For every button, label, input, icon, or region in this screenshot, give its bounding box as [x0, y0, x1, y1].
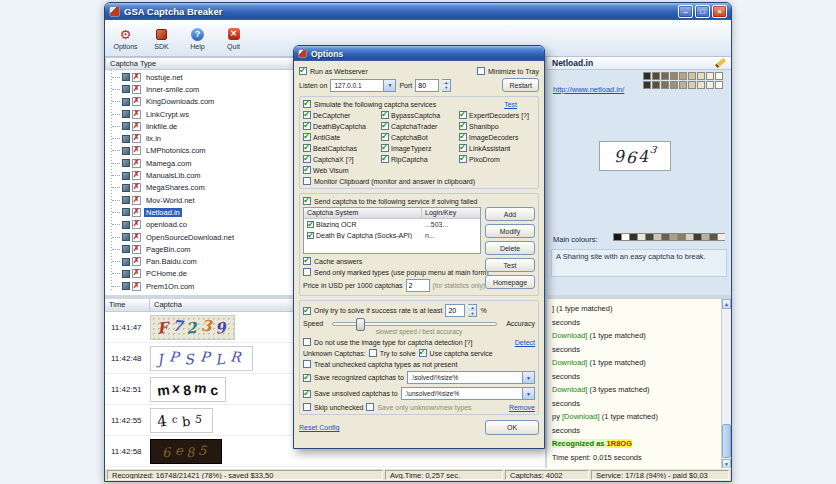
login-key-column-header[interactable]: Login/Key: [422, 208, 480, 218]
service-checkbox[interactable]: [303, 144, 311, 152]
run-as-webserver-checkbox[interactable]: [299, 67, 307, 75]
skip-unchecked-checkbox[interactable]: [303, 403, 311, 411]
detect-link[interactable]: Detect: [515, 339, 535, 346]
send-failed-checkbox[interactable]: [303, 197, 311, 205]
time-column-header[interactable]: Time: [105, 299, 150, 312]
crossed-checkbox-icon[interactable]: [132, 171, 141, 180]
service-row-checkbox[interactable]: [307, 232, 314, 239]
crossed-checkbox-icon[interactable]: [132, 110, 141, 119]
service-option[interactable]: BypassCaptcha: [381, 110, 457, 120]
service-checkbox[interactable]: [303, 111, 311, 119]
crossed-checkbox-icon[interactable]: [132, 146, 141, 155]
crossed-checkbox-icon[interactable]: [132, 208, 141, 217]
service-option[interactable]: CaptchaBot: [381, 132, 457, 142]
service-checkbox[interactable]: [459, 122, 467, 130]
monitor-clipboard-checkbox[interactable]: [303, 177, 311, 185]
crossed-checkbox-icon[interactable]: [132, 233, 141, 242]
price-input[interactable]: [406, 279, 430, 292]
service-option[interactable]: DeathByCaptcha: [303, 121, 379, 131]
service-option[interactable]: DeCaptcher: [303, 110, 379, 120]
remove-link[interactable]: Remove: [509, 404, 535, 411]
service-option[interactable]: Web Visum: [303, 165, 379, 175]
service-row-checkbox[interactable]: [307, 221, 314, 228]
success-rate-input[interactable]: [445, 304, 465, 317]
crossed-checkbox-icon[interactable]: [132, 97, 141, 106]
service-option[interactable]: BeatCaptchas: [303, 143, 379, 153]
service-option[interactable]: CaptchaTrader: [381, 121, 457, 131]
log-scrollbar[interactable]: ▲ ▼: [721, 299, 731, 469]
captcha-system-column-header[interactable]: Captcha System: [304, 208, 422, 218]
chevron-down-icon[interactable]: [522, 372, 534, 383]
service-checkbox[interactable]: [459, 144, 467, 152]
success-rate-spinner[interactable]: ▲▼: [468, 304, 477, 317]
dialog-title-bar[interactable]: Options: [294, 46, 544, 61]
service-checkbox[interactable]: [303, 122, 311, 130]
send-only-marked-checkbox[interactable]: [303, 268, 311, 276]
service-option[interactable]: ImageTyperz: [381, 143, 457, 153]
service-option[interactable]: RipCaptcha: [381, 154, 457, 164]
crossed-checkbox-icon[interactable]: [132, 245, 141, 254]
crossed-checkbox-icon[interactable]: [132, 196, 141, 205]
crossed-checkbox-icon[interactable]: [132, 73, 141, 82]
service-checkbox[interactable]: [459, 155, 467, 163]
service-checkbox[interactable]: [381, 122, 389, 130]
restart-button[interactable]: Restart: [502, 78, 539, 92]
toolbar-button-sdk[interactable]: SDK: [145, 22, 178, 55]
service-option[interactable]: CaptchaX [?]: [303, 154, 379, 164]
try-to-solve-checkbox[interactable]: [369, 349, 377, 357]
save-unsolved-checkbox[interactable]: [303, 390, 311, 398]
service-option[interactable]: AntiGate: [303, 132, 379, 142]
reset-config-link[interactable]: Reset Config: [299, 424, 339, 431]
service-checkbox[interactable]: [381, 133, 389, 141]
service-checkbox[interactable]: [381, 144, 389, 152]
service-option[interactable]: PixoDrom: [459, 154, 535, 164]
crossed-checkbox-icon[interactable]: [132, 183, 141, 192]
treat-unchecked-checkbox[interactable]: [303, 360, 311, 368]
crossed-checkbox-icon[interactable]: [132, 85, 141, 94]
minimize-to-tray-checkbox[interactable]: [477, 67, 485, 75]
chevron-down-icon[interactable]: [522, 388, 534, 399]
cache-answers-checkbox[interactable]: [303, 257, 311, 265]
toolbar-button-quit[interactable]: ✕Quit: [217, 22, 250, 55]
save-recognized-combo[interactable]: .\solved\%size%: [407, 371, 535, 384]
crossed-checkbox-icon[interactable]: [132, 257, 141, 266]
test-services-link[interactable]: Test: [504, 101, 517, 108]
toolbar-button-options[interactable]: ⚙Options: [109, 22, 142, 55]
simulate-services-checkbox[interactable]: [303, 100, 311, 108]
service-button-test[interactable]: Test: [485, 258, 535, 272]
crossed-checkbox-icon[interactable]: [132, 159, 141, 168]
port-spinner[interactable]: ▲▼: [442, 79, 451, 92]
slider-thumb[interactable]: [356, 318, 365, 331]
service-checkbox[interactable]: [381, 155, 389, 163]
service-table-row[interactable]: Death By Captcha (Socks-API)n...: [304, 230, 480, 241]
site-url-link[interactable]: http://www.netload.in/: [553, 85, 624, 94]
save-only-unknown-checkbox[interactable]: [366, 403, 374, 411]
service-checkbox[interactable]: [459, 133, 467, 141]
maximize-button[interactable]: □: [695, 5, 710, 18]
service-checkbox[interactable]: [459, 111, 467, 119]
service-table-row[interactable]: Blazing OCR...503...: [304, 219, 480, 230]
service-option[interactable]: ImageDecoders: [459, 132, 535, 142]
crossed-checkbox-icon[interactable]: [132, 269, 141, 278]
close-button[interactable]: ×: [712, 5, 727, 18]
service-checkbox[interactable]: [303, 133, 311, 141]
crossed-checkbox-icon[interactable]: [132, 134, 141, 143]
save-recognized-checkbox[interactable]: [303, 374, 311, 382]
crossed-checkbox-icon[interactable]: [132, 220, 141, 229]
use-captcha-service-checkbox[interactable]: [419, 349, 427, 357]
crossed-checkbox-icon[interactable]: [132, 282, 141, 291]
minimize-button[interactable]: –: [678, 5, 693, 18]
service-checkbox[interactable]: [303, 155, 311, 163]
service-button-modify[interactable]: Modify: [485, 224, 535, 238]
scrollbar-thumb[interactable]: [722, 424, 731, 458]
service-button-delete[interactable]: Delete: [485, 241, 535, 255]
scroll-up-icon[interactable]: ▲: [722, 299, 731, 309]
no-image-type-checkbox[interactable]: [303, 338, 311, 346]
title-bar[interactable]: GSA Captcha Breaker – □ ×: [105, 3, 731, 20]
service-checkbox[interactable]: [381, 111, 389, 119]
save-unsolved-combo[interactable]: .\unsolved\%size%: [401, 387, 535, 400]
chevron-down-icon[interactable]: [383, 80, 395, 91]
service-option[interactable]: LinkAssistant: [459, 143, 535, 153]
ok-button[interactable]: OK: [485, 420, 539, 435]
service-checkbox[interactable]: [303, 166, 311, 174]
